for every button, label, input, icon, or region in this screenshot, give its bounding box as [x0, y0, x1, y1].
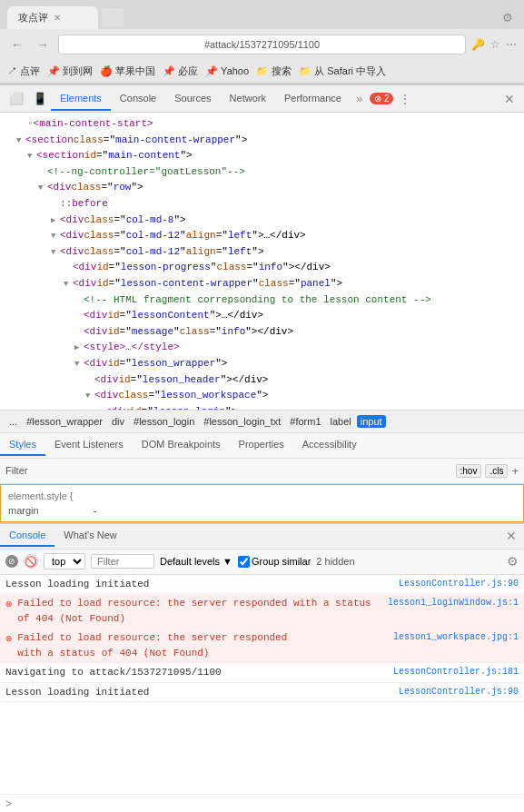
tab-styles[interactable]: Styles: [0, 434, 45, 456]
browser-tab[interactable]: 攻点评 ✕: [7, 6, 98, 29]
console-settings-icon[interactable]: ⚙: [507, 554, 519, 569]
cls-button[interactable]: .cls: [485, 464, 508, 478]
add-style-btn[interactable]: +: [511, 464, 519, 478]
attr-name: class: [118, 388, 148, 404]
bc-lesson-login-txt[interactable]: #lesson_login_txt: [200, 415, 284, 428]
bookmark-safari-import[interactable]: 📁 从 Safari 中导入: [299, 64, 386, 78]
forward-btn[interactable]: →: [33, 35, 53, 54]
new-tab-btn[interactable]: [102, 8, 124, 26]
console-messages-list: Lesson loading initiated LessonControlle…: [0, 575, 524, 795]
msg-file-5[interactable]: LessonController.js:90: [399, 685, 519, 698]
bookmark-bing[interactable]: 📌 必应: [163, 64, 198, 78]
eq: =": [96, 148, 108, 164]
console-ban-btn[interactable]: 🚫: [24, 554, 38, 569]
html-line[interactable]: ▼ <section id="main-content">: [0, 148, 524, 164]
bc-lesson-login[interactable]: #lesson_login: [130, 415, 198, 428]
elements-panel[interactable]: ◦ <main-content-start> ▼ <section class=…: [0, 113, 524, 410]
tab-whats-new[interactable]: What's New: [54, 525, 125, 547]
html-line[interactable]: ::before: [0, 196, 524, 213]
attr-name: class: [74, 133, 104, 149]
group-similar-label[interactable]: Group similar: [238, 556, 311, 568]
html-line[interactable]: ▶ <style>…</style>: [0, 340, 524, 356]
bookmark-apple[interactable]: 🍎 苹果中国: [100, 64, 155, 78]
tab-properties[interactable]: Properties: [230, 434, 293, 456]
lock-icon[interactable]: 🔑: [471, 38, 485, 51]
tab-close-btn[interactable]: ✕: [54, 13, 61, 23]
html-line[interactable]: <!--ng-controller="goatLesson"-->: [0, 164, 524, 181]
tab-sources[interactable]: Sources: [165, 87, 220, 111]
bookmark-daodao[interactable]: 📌 到到网: [47, 64, 93, 78]
bc-form1[interactable]: #form1: [286, 415, 324, 428]
tab-accessibility[interactable]: Accessibility: [293, 434, 366, 456]
html-line[interactable]: ▼ <div class="col-md-12" align="left">…<…: [0, 228, 524, 244]
toggle-icon[interactable]: ▶: [74, 342, 84, 354]
console-clear-btn[interactable]: ⊘: [5, 555, 18, 568]
toggle-icon[interactable]: ▼: [27, 150, 36, 163]
toggle-icon[interactable]: ▼: [51, 246, 60, 259]
toggle-icon[interactable]: ▼: [64, 278, 73, 291]
level-dropdown[interactable]: Default levels ▼: [160, 556, 232, 567]
bc-ellipsis[interactable]: ...: [5, 415, 21, 428]
toggle-icon[interactable]: ▼: [85, 390, 94, 402]
toggle-icon[interactable]: ▼: [74, 358, 84, 371]
tag-close: ">: [215, 356, 227, 372]
devtools-settings-btn[interactable]: ⋮: [393, 90, 417, 108]
back-btn[interactable]: ←: [7, 35, 27, 54]
msg-file-2[interactable]: lesson1_loginWindow.js:1: [388, 596, 519, 609]
more-tabs-btn[interactable]: »: [351, 86, 368, 111]
toggle-icon[interactable]: ▶: [51, 214, 60, 227]
group-similar-checkbox[interactable]: [238, 556, 250, 568]
tab-console-main[interactable]: Console: [0, 525, 54, 547]
inspector-icon[interactable]: ⬜: [4, 86, 29, 111]
bookmark-search[interactable]: 📁 搜索: [256, 64, 292, 78]
eq: =": [120, 308, 132, 324]
tab-dom-breakpoints[interactable]: DOM Breakpoints: [133, 434, 230, 456]
html-line[interactable]: <div id="lesson_header"></div>: [0, 372, 524, 389]
toggle-icon[interactable]: ▼: [16, 134, 25, 147]
console-prompt: >: [0, 794, 524, 812]
tab-network[interactable]: Network: [221, 87, 275, 111]
console-filter-input[interactable]: [91, 554, 154, 569]
msg-file-3[interactable]: lesson1_workspace.jpg:1: [393, 630, 519, 644]
bc-input[interactable]: input: [357, 415, 386, 428]
toggle-icon[interactable]: ▼: [38, 182, 47, 194]
tab-performance[interactable]: Performance: [275, 87, 351, 111]
sidebar-toggle-icon[interactable]: ⚙: [502, 11, 513, 25]
console-close-btn[interactable]: ✕: [499, 525, 524, 547]
html-line[interactable]: ▼ <div class="col-md-12" align="left">: [0, 244, 524, 261]
html-line-class-row[interactable]: ▼ <div class="row">: [0, 180, 524, 196]
address-input[interactable]: #attack/1537271095/1100: [58, 35, 466, 54]
tab-console[interactable]: Console: [111, 87, 165, 111]
bc-lesson-wrapper[interactable]: #lesson_wrapper: [23, 415, 106, 428]
html-line[interactable]: ▼ <div class="lesson_workspace">: [0, 388, 524, 404]
html-line[interactable]: ◦ <main-content-start>: [0, 116, 524, 133]
bc-label[interactable]: label: [327, 415, 355, 428]
html-line[interactable]: <!-- HTML fragment correpsonding to the …: [0, 292, 524, 309]
console-input[interactable]: [15, 798, 519, 810]
tab-elements[interactable]: Elements: [51, 87, 111, 111]
html-line[interactable]: <div id="lesson-progress" class="info"><…: [0, 260, 524, 276]
html-line[interactable]: ▼ <div id="lesson_wrapper">: [0, 356, 524, 372]
html-line[interactable]: ▶ <div class="col-md-8">: [0, 213, 524, 229]
msg-file-1[interactable]: LessonController.js:90: [399, 577, 519, 590]
bookmark-yahoo[interactable]: 📌 Yahoo: [205, 65, 249, 77]
star-icon[interactable]: ☆: [490, 38, 500, 51]
html-line[interactable]: <div id="lessonContent">…</div>: [0, 308, 524, 324]
share-icon[interactable]: ⋯: [506, 38, 517, 51]
devtools-close-btn[interactable]: ✕: [499, 90, 520, 108]
bc-div[interactable]: div: [108, 415, 128, 428]
html-line[interactable]: <div id="message" class="info"></div>: [0, 324, 524, 341]
html-line[interactable]: ▼ <section class="main-content-wrapper">: [0, 133, 524, 149]
hov-button[interactable]: :hov: [456, 464, 482, 478]
toggle-icon[interactable]: ▼: [51, 230, 60, 243]
filter-input[interactable]: [31, 465, 451, 476]
attr-val2: left: [228, 228, 252, 244]
msg-file-4[interactable]: LessonController.js:181: [393, 665, 519, 678]
tab-event-listeners[interactable]: Event Listeners: [45, 434, 133, 456]
html-line[interactable]: ▼ <div id="lesson-content-wrapper" class…: [0, 276, 524, 292]
mobile-icon[interactable]: 📱: [29, 86, 51, 111]
bookmark-dianping[interactable]: ↗ 点评: [7, 64, 40, 78]
tag-close: ">: [131, 180, 143, 196]
eq: =": [114, 228, 125, 244]
context-select[interactable]: top: [44, 553, 85, 569]
